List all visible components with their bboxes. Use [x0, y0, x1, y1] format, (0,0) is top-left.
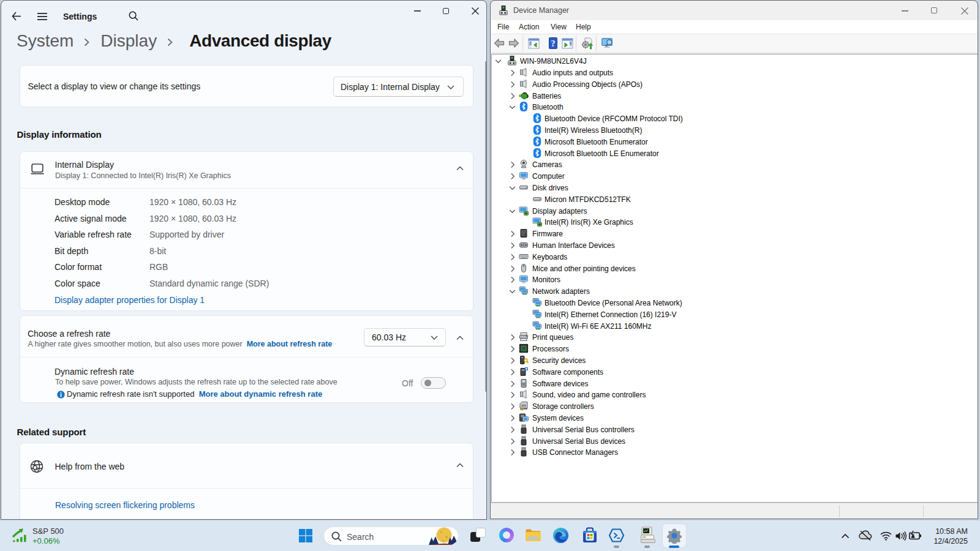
svg-text:?: ? [551, 39, 556, 48]
